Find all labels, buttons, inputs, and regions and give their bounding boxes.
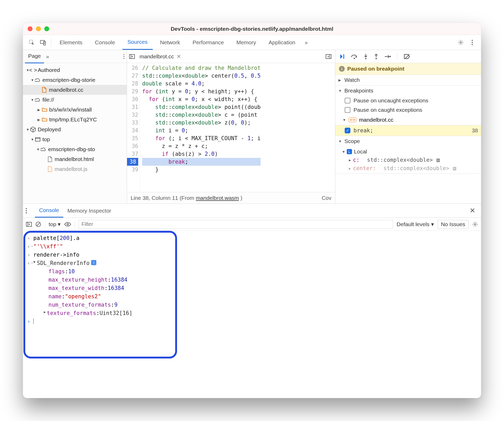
sources-navigator: Page » ▼< >Authored ▼emscripten-dbg-stor… bbox=[23, 50, 127, 203]
tab-elements[interactable]: Elements bbox=[54, 35, 88, 50]
tree-file-mandelbrot-cc[interactable]: mandelbrot.cc bbox=[23, 85, 127, 95]
console-sidebar-toggle-icon[interactable] bbox=[26, 222, 32, 227]
console-output[interactable]: ›palette[200].a‹·"'\\xff'"›renderer->inf… bbox=[23, 231, 481, 398]
scope-variable-c[interactable]: ▶c: std::complex<double>▥ bbox=[335, 156, 481, 164]
console-settings-gear-icon[interactable] bbox=[472, 221, 478, 227]
code-brackets-icon: < > bbox=[30, 67, 36, 73]
tree-label: Authored bbox=[38, 67, 60, 73]
navigator-kebab-icon[interactable] bbox=[123, 54, 125, 59]
tree-label: mandelbrot.html bbox=[55, 156, 94, 162]
source-badge-icon: <·> bbox=[349, 117, 356, 122]
tree-authored[interactable]: ▼< >Authored bbox=[23, 65, 127, 75]
drawer-kebab-icon[interactable] bbox=[26, 208, 35, 214]
file-icon bbox=[47, 166, 53, 172]
folder-icon bbox=[41, 108, 48, 112]
step-over-button[interactable] bbox=[351, 54, 358, 59]
svg-point-9 bbox=[123, 58, 124, 59]
section-label: Watch bbox=[344, 77, 360, 83]
execution-context-selector[interactable]: top ▾ bbox=[49, 221, 61, 227]
svg-point-3 bbox=[460, 42, 462, 43]
toggle-navigator-icon[interactable] bbox=[129, 54, 136, 59]
pause-uncaught-checkbox[interactable]: Pause on uncaught exceptions bbox=[335, 96, 481, 105]
tree-folder-2[interactable]: ▶tmp/tmp.ELcTq2YC bbox=[23, 115, 127, 125]
breakpoint-item[interactable]: ✓break;38 bbox=[335, 125, 481, 136]
drawer-tab-console[interactable]: Console bbox=[35, 204, 63, 218]
close-tab-icon[interactable]: ✕ bbox=[177, 53, 181, 60]
watch-section[interactable]: ▶Watch bbox=[335, 75, 481, 85]
breakpoints-section[interactable]: ▼Breakpoints bbox=[335, 85, 481, 96]
checkbox-label: Pause on uncaught exceptions bbox=[354, 97, 428, 104]
tree-host-deployed[interactable]: ▼emscripten-dbg-sto bbox=[23, 144, 127, 154]
source-map-link[interactable]: mandelbrot.wasm bbox=[196, 195, 239, 201]
cube-icon bbox=[30, 127, 36, 132]
svg-point-19 bbox=[26, 210, 27, 211]
tab-performance[interactable]: Performance bbox=[187, 35, 229, 50]
tree-label: top bbox=[42, 136, 50, 143]
tree-label: file:// bbox=[42, 97, 54, 103]
console-filter-input[interactable] bbox=[79, 220, 393, 229]
svg-point-7 bbox=[123, 54, 124, 55]
window-title: DevTools - emscripten-dbg-stories.netlif… bbox=[23, 26, 481, 32]
cloud-icon bbox=[40, 147, 47, 151]
log-level-selector[interactable]: Default levels ▾ bbox=[397, 221, 434, 227]
breakpoint-file[interactable]: ▼<·>mandelbrot.cc bbox=[335, 115, 481, 125]
navigator-tabs-overflow[interactable]: » bbox=[44, 53, 51, 60]
svg-rect-13 bbox=[343, 54, 344, 59]
drawer-tab-memory-inspector[interactable]: Memory Inspector bbox=[63, 204, 115, 218]
tabs-overflow-button[interactable]: » bbox=[303, 39, 310, 46]
cloud-icon bbox=[35, 98, 41, 102]
settings-gear-icon[interactable] bbox=[456, 38, 465, 47]
svg-point-23 bbox=[67, 224, 68, 225]
tab-application[interactable]: Application bbox=[263, 35, 301, 50]
clear-console-icon[interactable] bbox=[35, 221, 41, 227]
scope-variable-center[interactable]: ▶center: std::complex<double>▥ bbox=[335, 164, 481, 172]
deactivate-breakpoints-button[interactable] bbox=[404, 54, 411, 59]
scope-section[interactable]: ▼Scope bbox=[335, 136, 481, 146]
tree-file-scheme[interactable]: ▼file:// bbox=[23, 95, 127, 105]
svg-point-5 bbox=[472, 42, 473, 43]
step-button[interactable] bbox=[384, 54, 391, 59]
issues-button[interactable]: No Issues bbox=[438, 220, 469, 229]
tree-label: mandelbrot.cc bbox=[49, 87, 83, 93]
scope-local[interactable]: ▼LLocal bbox=[335, 147, 481, 156]
tree-deployed[interactable]: ▼Deployed bbox=[23, 125, 127, 134]
tree-label: b/s/w/ir/x/w/install bbox=[49, 107, 92, 113]
close-drawer-icon[interactable]: ✕ bbox=[467, 207, 478, 215]
tree-top[interactable]: ▼top bbox=[23, 134, 127, 144]
tree-label: emscripten-dbg-storie bbox=[42, 77, 95, 83]
file-icon bbox=[41, 87, 47, 93]
memory-icon[interactable]: ▥ bbox=[437, 157, 440, 163]
tab-memory[interactable]: Memory bbox=[231, 35, 261, 50]
tree-folder-1[interactable]: ▶b/s/w/ir/x/w/install bbox=[23, 105, 127, 115]
navigator-tab-page[interactable]: Page bbox=[25, 49, 44, 63]
kebab-menu-icon[interactable] bbox=[468, 38, 477, 47]
device-toolbar-icon[interactable] bbox=[39, 38, 48, 47]
breakpoint-checkbox[interactable]: ✓ bbox=[345, 128, 350, 133]
tab-sources[interactable]: Sources bbox=[122, 35, 153, 50]
code-content[interactable]: // Calculate and draw the Mandelbrotstd:… bbox=[140, 63, 261, 192]
checkbox-label: Pause on caught exceptions bbox=[354, 107, 422, 113]
tree-host[interactable]: ▼emscripten-dbg-storie bbox=[23, 75, 127, 85]
editor-tab-mandelbrot-cc[interactable]: mandelbrot.cc✕ bbox=[136, 53, 184, 60]
svg-point-8 bbox=[123, 56, 124, 57]
chevron-down-icon: ▾ bbox=[58, 221, 61, 227]
svg-rect-1 bbox=[40, 40, 45, 44]
tab-console[interactable]: Console bbox=[90, 35, 120, 50]
line-number-gutter[interactable]: 2627282930313233343536373839 bbox=[127, 63, 140, 192]
step-into-button[interactable] bbox=[363, 54, 368, 59]
step-out-button[interactable] bbox=[374, 54, 379, 59]
svg-rect-10 bbox=[35, 138, 40, 141]
tab-network[interactable]: Network bbox=[155, 35, 185, 50]
live-expression-icon[interactable] bbox=[64, 222, 71, 227]
resume-button[interactable] bbox=[339, 54, 345, 59]
toggle-debugger-icon[interactable] bbox=[326, 54, 333, 59]
tree-label: Deployed bbox=[38, 126, 61, 133]
pause-caught-checkbox[interactable]: Pause on caught exceptions bbox=[335, 105, 481, 115]
paused-banner: i Paused on breakpoint bbox=[335, 63, 481, 75]
svg-point-14 bbox=[354, 58, 355, 59]
tree-file-html[interactable]: mandelbrot.html bbox=[23, 154, 127, 164]
inspect-element-icon[interactable] bbox=[27, 38, 36, 47]
frame-icon bbox=[35, 137, 41, 141]
paused-message: Paused on breakpoint bbox=[347, 66, 404, 72]
tree-file-js[interactable]: mandelbrot.js bbox=[23, 164, 127, 174]
